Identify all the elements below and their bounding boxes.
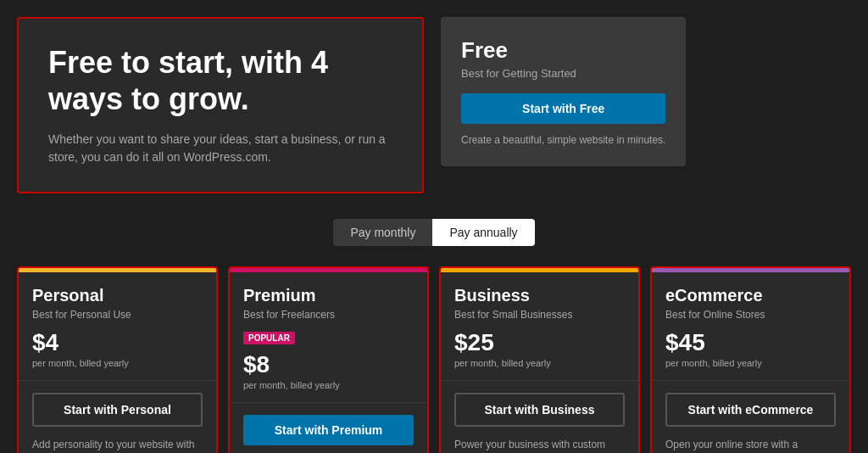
- plan-price: $25: [454, 329, 625, 356]
- pay-annually-button[interactable]: Pay annually: [432, 219, 534, 246]
- plan-price-detail: per month, billed yearly: [243, 380, 414, 390]
- plans-container: Personal Best for Personal Use $4 per mo…: [17, 266, 851, 453]
- free-plan-description: Create a beautiful, simple website in mi…: [461, 134, 665, 146]
- plan-divider: [441, 380, 638, 381]
- plan-name: eCommerce: [665, 286, 836, 305]
- plan-name: Personal: [32, 286, 203, 305]
- plan-description: Add personality to your website with a c…: [32, 437, 203, 453]
- pay-monthly-button[interactable]: Pay monthly: [333, 219, 432, 246]
- plan-divider: [19, 380, 216, 381]
- plan-divider: [652, 380, 849, 381]
- plan-tagline: Best for Freelancers: [243, 309, 414, 321]
- plan-name: Premium: [243, 286, 414, 305]
- plan-tagline: Best for Online Stores: [665, 309, 836, 321]
- plan-card-premium: Premium Best for Freelancers POPULAR $8 …: [228, 266, 429, 453]
- plan-price-detail: per month, billed yearly: [665, 358, 836, 368]
- plan-price: $8: [243, 351, 414, 378]
- plan-description: Power your business with custom plugins …: [454, 437, 625, 453]
- plan-cta-button[interactable]: Start with Personal: [32, 393, 203, 427]
- start-free-button[interactable]: Start with Free: [461, 93, 665, 124]
- plan-price-detail: per month, billed yearly: [32, 358, 203, 368]
- plan-price: $4: [32, 329, 203, 356]
- plan-divider: [230, 402, 427, 403]
- plan-card-personal: Personal Best for Personal Use $4 per mo…: [17, 266, 218, 453]
- popular-badge: POPULAR: [243, 332, 295, 344]
- plan-tagline: Best for Small Businesses: [454, 309, 625, 321]
- plan-card-ecommerce: eCommerce Best for Online Stores $45 per…: [650, 266, 851, 453]
- plan-price: $45: [665, 329, 836, 356]
- plan-description: Open your online store with a powerful, …: [665, 437, 836, 453]
- plan-card-business: Business Best for Small Businesses $25 p…: [439, 266, 640, 453]
- hero-subtitle: Whether you want to share your ideas, st…: [48, 131, 392, 166]
- free-plan-subtitle: Best for Getting Started: [461, 67, 665, 80]
- plan-cta-button[interactable]: Start with Business: [454, 393, 625, 427]
- plan-cta-button[interactable]: Start with eCommerce: [665, 393, 836, 427]
- plan-name: Business: [454, 286, 625, 305]
- plan-cta-button[interactable]: Start with Premium: [243, 415, 414, 445]
- billing-toggle: Pay monthly Pay annually: [17, 219, 851, 246]
- free-plan-card: Free Best for Getting Started Start with…: [441, 17, 686, 166]
- plan-tagline: Best for Personal Use: [32, 309, 203, 321]
- free-plan-title: Free: [461, 37, 665, 64]
- plan-price-detail: per month, billed yearly: [454, 358, 625, 368]
- hero-card: Free to start, with 4 ways to grow. Whet…: [17, 17, 424, 193]
- hero-title: Free to start, with 4 ways to grow.: [48, 44, 392, 117]
